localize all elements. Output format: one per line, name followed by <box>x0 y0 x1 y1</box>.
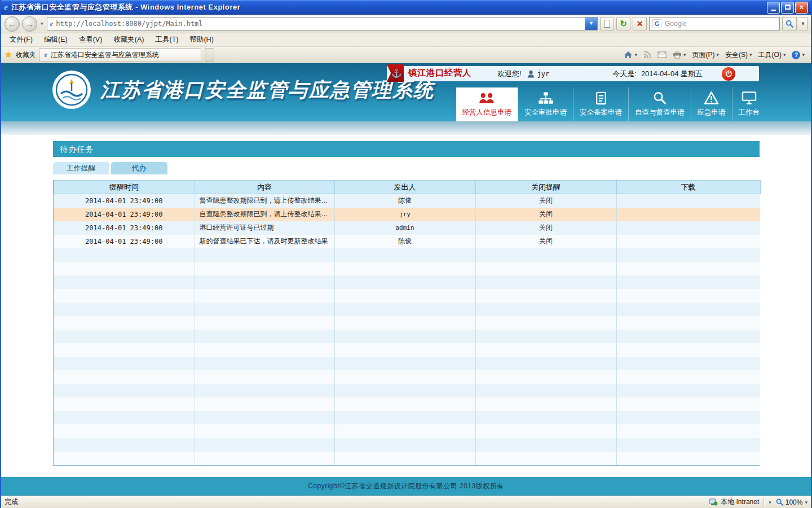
cell-sender: 陈俊 <box>334 235 475 248</box>
page-favicon: e <box>50 19 54 28</box>
back-button[interactable]: ← <box>5 16 20 32</box>
page-footer: Copyright©江苏省交通规划设计院股份有限公司 2013版权所有 <box>1 477 811 496</box>
search-button[interactable] <box>782 17 797 30</box>
zoom-dropdown-icon[interactable]: ▾ <box>769 500 771 505</box>
address-toolbar: ← → ▾ e http://localhost:8080/yjpt/Main.… <box>1 15 811 33</box>
history-dropdown-icon[interactable]: ▾ <box>39 21 45 27</box>
menu-item[interactable]: 帮助(H) <box>184 33 218 46</box>
empty-table-row <box>54 262 760 275</box>
broken-page-icon <box>604 20 610 28</box>
table-row[interactable]: 2014-04-01 23:49:00港口经营许可证号已过期admin关闭 <box>54 221 760 235</box>
safety-menu-button[interactable]: 安全(S) ▾ <box>722 48 755 62</box>
favorites-star-icon[interactable]: ★ <box>5 50 12 60</box>
app-header: 江苏省港口安全监管与应急管理系统 ⚓ 镇江港口经营人 欢迎您! jyr 今天是:… <box>1 63 811 121</box>
nav-item-warning[interactable]: 应急申请 <box>691 87 732 121</box>
browser-tab[interactable]: e 江苏省港口安全监管与应急管理系统 <box>39 48 201 62</box>
nav-item-users[interactable]: 经营人信息申请 <box>456 87 518 121</box>
role-badge: ⚓ 镇江港口经营人 <box>387 64 479 82</box>
cell-content: 新的督查结果已下达，请及时更新整改结果 <box>195 235 334 248</box>
task-tab[interactable]: 代办 <box>111 162 167 174</box>
logout-button[interactable] <box>722 67 735 81</box>
close-reminder-link[interactable]: 关闭 <box>539 210 553 218</box>
close-reminder-link[interactable]: 关闭 <box>539 237 553 245</box>
favorites-bar: ★ 收藏夹 e 江苏省港口安全监管与应急管理系统 ▾ ▾ 页面(P) <box>1 47 811 63</box>
zone-label: 本地 Intranet <box>721 497 759 507</box>
close-reminder-link[interactable]: 关闭 <box>539 224 553 231</box>
home-button[interactable]: ▾ <box>621 49 640 61</box>
menu-item[interactable]: 编辑(E) <box>39 33 73 46</box>
feeds-button[interactable] <box>641 49 654 61</box>
menu-item[interactable]: 收藏夹(A) <box>108 33 149 46</box>
nav-item-org-chart[interactable]: 安全审批申请 <box>518 87 573 121</box>
menu-item[interactable]: 工具(T) <box>150 33 183 46</box>
reminder-table: 提醒时间内容发出人关闭提醒下载 2014-04-01 23:49:00督查隐患整… <box>54 180 761 465</box>
close-button[interactable]: × <box>795 2 808 14</box>
cell-close: 关闭 <box>475 194 616 208</box>
refresh-button[interactable]: ↻ <box>616 17 630 30</box>
address-input[interactable]: e http://localhost:8080/yjpt/Main.html ▼ <box>47 17 598 30</box>
stop-button[interactable]: ✕ <box>633 17 647 30</box>
page-menu-button[interactable]: 页面(P) ▾ <box>690 48 722 62</box>
tab-title: 江苏省港口安全监管与应急管理系统 <box>51 50 159 60</box>
org-chart-icon <box>538 91 554 105</box>
nav-item-magnifier[interactable]: 自查与督查申请 <box>628 87 691 121</box>
main-nav: 经营人信息申请安全审批申请安全备案申请自查与督查申请应急申请工作台 <box>456 87 766 121</box>
menu-item[interactable]: 查看(V) <box>74 33 108 46</box>
search-input[interactable]: G Google <box>649 17 780 30</box>
zoom-control[interactable]: 100% ▾ <box>776 498 807 506</box>
print-button[interactable]: ▾ <box>670 49 689 61</box>
today-label: 今天是: <box>612 69 637 79</box>
panel-title: 待办任务 <box>53 141 760 157</box>
cell-sender: jry <box>334 208 475 221</box>
home-icon <box>624 51 633 59</box>
status-text: 完成 <box>5 497 18 507</box>
nav-item-monitor[interactable]: 工作台 <box>732 87 766 121</box>
page-menu-label: 页面(P) <box>692 50 715 60</box>
search-dropdown-icon[interactable]: ▼ <box>799 17 807 30</box>
favorites-button[interactable]: 收藏夹 <box>15 50 36 60</box>
nav-item-label: 应急申请 <box>698 108 726 117</box>
monitor-icon <box>742 91 757 105</box>
cell-content: 自查隐患整改期限已到，请上传整改结果… <box>195 208 334 221</box>
role-badge-label: 镇江港口经营人 <box>408 68 471 78</box>
close-reminder-link[interactable]: 关闭 <box>539 196 553 204</box>
cell-close: 关闭 <box>475 221 616 235</box>
current-user[interactable]: jyr <box>527 70 550 78</box>
google-logo-icon: G <box>652 19 661 28</box>
title-bar: e 江苏省港口安全监管与应急管理系统 - Windows Internet Ex… <box>1 0 811 15</box>
nav-item-label: 自查与督查申请 <box>635 108 685 117</box>
address-dropdown-icon[interactable]: ▼ <box>585 17 597 30</box>
read-mail-button[interactable] <box>655 49 669 60</box>
address-url-text: http://localhost:8080/yjpt/Main.html <box>56 20 582 28</box>
compatibility-view-button[interactable] <box>600 17 614 30</box>
task-tab[interactable]: 工作提醒 <box>53 162 109 174</box>
cell-close: 关闭 <box>475 208 616 221</box>
username-text: jyr <box>537 70 550 78</box>
warning-icon <box>704 91 719 105</box>
cell-content: 港口经营许可证号已过期 <box>195 221 334 235</box>
column-header: 内容 <box>195 181 334 194</box>
content-area: 待办任务 工作提醒代办 提醒时间内容发出人关闭提醒下载 2014-04-01 2… <box>1 135 811 477</box>
tools-menu-button[interactable]: 工具(O) ▾ <box>756 48 789 62</box>
maximize-button[interactable] <box>781 2 794 14</box>
user-icon <box>527 70 535 78</box>
minimize-button[interactable] <box>767 2 780 14</box>
new-tab-button[interactable] <box>205 48 214 62</box>
status-divider <box>764 498 764 507</box>
menu-item[interactable]: 文件(F) <box>5 33 38 46</box>
cell-sender: admin <box>334 221 475 235</box>
power-icon <box>725 70 732 77</box>
user-strip: ⚓ 镇江港口经营人 欢迎您! jyr 今天是: 2014-04-04 星期五 <box>387 66 759 81</box>
nav-item-document[interactable]: 安全备案申请 <box>573 87 628 121</box>
help-button[interactable]: ? ▾ <box>789 49 807 62</box>
empty-table-row <box>54 303 760 316</box>
forward-button[interactable]: → <box>22 16 37 32</box>
table-row[interactable]: 2014-04-01 23:49:00督查隐患整改期限已到，请上传整改结果…陈俊… <box>54 194 760 208</box>
cell-download <box>616 208 760 221</box>
table-row[interactable]: 2014-04-01 23:49:00新的督查结果已下达，请及时更新整改结果陈俊… <box>54 235 760 248</box>
table-row[interactable]: 2014-04-01 23:49:00自查隐患整改期限已到，请上传整改结果…jr… <box>54 208 760 221</box>
mail-icon <box>657 51 667 58</box>
zoom-level: 100% <box>785 498 803 506</box>
column-header: 关闭提醒 <box>475 181 616 194</box>
empty-table-row <box>54 330 760 343</box>
